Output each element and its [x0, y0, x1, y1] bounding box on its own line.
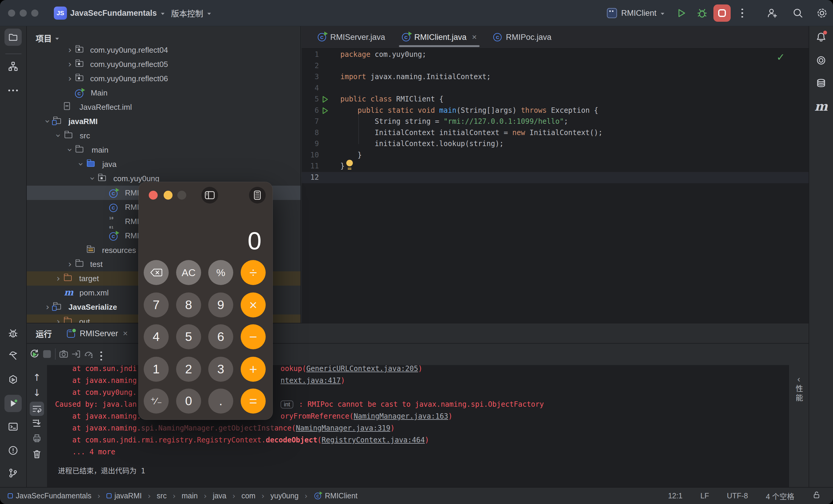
rail-item-notifications[interactable] [816, 31, 827, 42]
calc-minimize-button[interactable] [164, 191, 172, 200]
calc-key-8[interactable]: 8 [176, 292, 201, 317]
close-icon[interactable]: × [472, 32, 477, 42]
rail-item-database[interactable] [816, 78, 827, 89]
zoom-window-button[interactable] [31, 9, 39, 17]
rail-item-debug[interactable] [8, 328, 18, 338]
calc-zoom-button[interactable] [177, 191, 186, 200]
run-gutter-icon[interactable] [321, 106, 329, 116]
calc-mode-button[interactable] [249, 187, 266, 203]
calc-close-button[interactable] [149, 191, 158, 200]
calc-key-÷[interactable]: ÷ [241, 260, 266, 285]
create-breakpoint-chip[interactable]: int [281, 401, 293, 408]
search-everywhere-button[interactable] [792, 0, 803, 26]
chevron-right-icon[interactable]: › [56, 274, 60, 283]
breadcrumb-item[interactable]: CRMIClient [314, 491, 358, 500]
rail-item-project-folder[interactable] [4, 28, 22, 46]
rail-item-problems[interactable] [8, 446, 18, 456]
chevron-right-icon[interactable]: › [68, 46, 72, 54]
calc-sidebar-toggle-button[interactable] [201, 187, 218, 203]
tree-row[interactable]: ›java [27, 157, 301, 171]
stop-icon[interactable] [43, 350, 51, 358]
camera-icon[interactable] [58, 349, 69, 359]
caret-position[interactable]: 12:1 [668, 491, 683, 500]
breadcrumb-item[interactable]: yuy0ung [270, 491, 299, 500]
chevron-down-icon[interactable]: › [43, 120, 52, 123]
rail-item-git-branch[interactable] [8, 468, 18, 478]
bug-green-icon[interactable] [697, 8, 708, 19]
close-icon[interactable]: × [123, 329, 128, 338]
chevron-right-icon[interactable]: › [56, 317, 60, 323]
inspection-status-icon[interactable]: ✓ [777, 51, 785, 63]
calc-key-1[interactable]: 1 [144, 357, 169, 382]
stop-button[interactable] [43, 350, 51, 359]
calc-key-.[interactable]: . [208, 388, 233, 413]
settings-button[interactable] [816, 0, 828, 26]
project-menu[interactable]: JavaSecFundamentals [70, 0, 165, 26]
calc-key-4[interactable]: 4 [144, 324, 169, 349]
play-icon[interactable] [676, 8, 687, 19]
chevron-down-icon[interactable]: › [66, 148, 74, 152]
tab-RMIClient.java[interactable]: CRMIClient.java× [394, 26, 485, 48]
calc-key-9[interactable]: 9 [208, 292, 233, 317]
tree-row[interactable]: ›main [27, 143, 301, 157]
collapse-icon[interactable]: ‹ [797, 374, 800, 384]
stacktrace-link[interactable]: NamingManager.java:163 [354, 412, 448, 421]
stop-button[interactable] [713, 0, 731, 26]
tree-row[interactable]: ›com.yuy0ung.reflect04 [27, 43, 301, 57]
tree-row[interactable]: CMain [27, 86, 301, 100]
close-window-button[interactable] [8, 9, 15, 17]
up-button[interactable]: ↑ [33, 372, 41, 383]
tree-row[interactable]: ›com.yuy0ung.reflect06 [27, 71, 301, 86]
calc-key-=[interactable]: = [241, 388, 266, 413]
intention-bulb-icon[interactable] [346, 160, 353, 166]
tree-row[interactable]: JavaReflect.iml [27, 100, 301, 114]
rail-item-services[interactable] [8, 375, 18, 385]
stacktrace-link[interactable]: NamingManager.java:319 [296, 424, 390, 432]
calc-key-0[interactable]: 0 [176, 388, 201, 413]
add-user-icon[interactable] [767, 8, 778, 19]
rail-item-ai-assistant[interactable] [816, 55, 827, 66]
calc-key-%[interactable]: % [208, 260, 233, 285]
breadcrumb-item[interactable]: javaRMI [106, 491, 142, 500]
calc-key-3[interactable]: 3 [208, 357, 233, 382]
chevron-down-icon[interactable]: › [76, 163, 86, 166]
breadcrumb-item[interactable]: com [241, 491, 255, 500]
run-gutter-icon[interactable] [321, 95, 329, 105]
run-tab-rmiserver[interactable]: RMIServer × [67, 323, 128, 344]
calc-key-5[interactable]: 5 [176, 324, 201, 349]
search-icon[interactable] [792, 8, 803, 19]
profiler-button[interactable] [84, 349, 94, 360]
clear-button[interactable] [32, 449, 42, 460]
stacktrace-link[interactable]: ntext.java:417 [281, 376, 341, 385]
calc-key-+[interactable]: + [241, 357, 266, 382]
lock-open-icon[interactable] [812, 490, 821, 500]
run-config-selector[interactable]: RMIClient [607, 0, 664, 26]
calc-key-6[interactable]: 6 [208, 324, 233, 349]
rail-item-more-horizontal[interactable] [8, 90, 18, 91]
print-button[interactable] [32, 433, 42, 445]
softwrap-button[interactable] [30, 402, 44, 416]
profiler-icon[interactable] [84, 349, 94, 359]
scroll-end-button[interactable] [32, 418, 42, 429]
attach-icon[interactable] [71, 349, 81, 359]
code-with-me-button[interactable] [767, 0, 778, 26]
calculator-window[interactable]: 0 AC%÷789×456−123+⁺⁄₋0.= [138, 182, 273, 420]
rail-item-build[interactable] [8, 351, 18, 361]
chevron-down-icon[interactable]: › [88, 177, 97, 180]
unlock-icon[interactable] [812, 490, 821, 501]
minimize-window-button[interactable] [20, 9, 27, 17]
breadcrumb-item[interactable]: java [213, 491, 227, 500]
encoding[interactable]: UTF-8 [727, 491, 748, 500]
performance-stripe[interactable]: ‹ 性能 [788, 365, 809, 487]
breadcrumb-item[interactable]: JavaSecFundamentals [8, 491, 91, 500]
code-area[interactable]: 1package com.yuy0ung;23import javax.nami… [302, 49, 809, 326]
calc-key-−[interactable]: − [241, 324, 266, 349]
stacktrace-link[interactable]: GenericURLContext.java:205 [306, 364, 418, 373]
breadcrumb-item[interactable]: src [157, 491, 167, 500]
more-button[interactable] [100, 349, 102, 361]
rerun-button[interactable] [29, 349, 40, 360]
rerun-icon[interactable] [29, 349, 40, 359]
chevron-right-icon[interactable]: › [68, 60, 72, 69]
vcs-menu[interactable]: 版本控制 [171, 0, 211, 26]
attach-button[interactable] [71, 349, 81, 360]
